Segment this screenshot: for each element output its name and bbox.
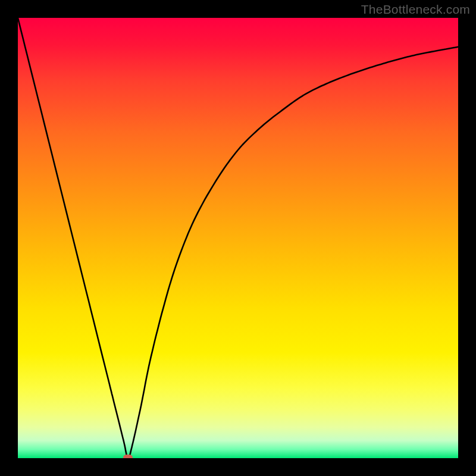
watermark-text: TheBottleneck.com <box>361 2 470 17</box>
bottleneck-curve <box>18 18 458 458</box>
chart-container: TheBottleneck.com <box>0 0 476 476</box>
minimum-marker <box>123 455 133 458</box>
plot-area <box>18 18 458 458</box>
